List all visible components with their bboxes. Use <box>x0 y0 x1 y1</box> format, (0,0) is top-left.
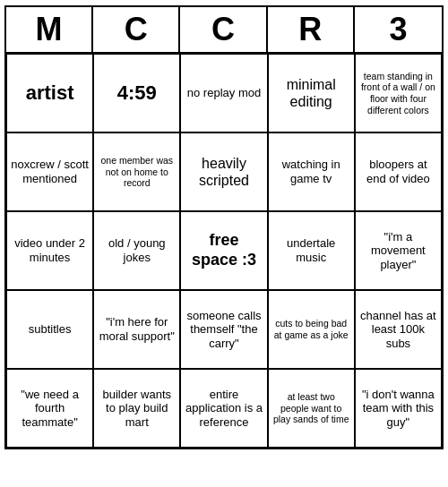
cell-text-9: bloopers at end of video <box>359 158 437 185</box>
cell-9: bloopers at end of video <box>355 132 442 211</box>
cell-4: team standing in front of a wall / on fl… <box>355 54 442 132</box>
bingo-grid: artist4:59no replay modminimal editingte… <box>4 52 444 449</box>
cell-16: "i'm here for moral support" <box>93 290 180 369</box>
cell-text-15: subtitles <box>29 322 72 337</box>
cell-text-11: old / young jokes <box>98 236 176 264</box>
cell-21: builder wants to play build mart <box>93 369 180 448</box>
header-letter-m-0: M <box>6 7 93 52</box>
cell-text-1: 4:59 <box>117 81 157 105</box>
cell-5: noxcrew / scott mentioned <box>6 132 93 211</box>
cell-text-14: "i'm a movement player" <box>359 230 437 272</box>
cell-8: watching in game tv <box>268 132 355 211</box>
cell-text-8: watching in game tv <box>272 158 350 185</box>
cell-18: cuts to being bad at game as a joke <box>268 290 355 369</box>
cell-15: subtitles <box>6 290 93 369</box>
cell-6: one member was not on home to record <box>93 132 180 211</box>
header-letter-r-3: R <box>268 7 355 52</box>
header-row: MCCR3 <box>4 5 444 52</box>
cell-text-16: "i'm here for moral support" <box>98 315 176 343</box>
cell-text-0: artist <box>26 81 74 105</box>
cell-text-6: one member was not on home to record <box>98 155 176 189</box>
cell-19: channel has at least 100k subs <box>355 290 442 369</box>
cell-text-23: at least two people want to play sands o… <box>272 391 350 425</box>
cell-0: artist <box>6 54 93 132</box>
cell-text-3: minimal editing <box>272 76 350 110</box>
cell-text-10: video under 2 minutes <box>11 236 89 264</box>
cell-20: "we need a fourth teammate" <box>6 369 93 448</box>
cell-2: no replay mod <box>180 54 267 132</box>
cell-text-2: no replay mod <box>187 86 261 100</box>
cell-text-19: channel has at least 100k subs <box>359 309 437 351</box>
header-letter-c-2: C <box>180 7 267 52</box>
cell-14: "i'm a movement player" <box>355 211 442 290</box>
cell-24: "i don't wanna team with this guy" <box>355 369 442 448</box>
cell-text-20: "we need a fourth teammate" <box>11 388 89 430</box>
cell-3: minimal editing <box>268 54 355 132</box>
header-letter-c-1: C <box>93 7 180 52</box>
cell-text-13: undertale music <box>272 236 350 264</box>
cell-text-18: cuts to being bad at game as a joke <box>272 318 350 340</box>
cell-text-21: builder wants to play build mart <box>98 388 176 430</box>
cell-17: someone calls themself "the carry" <box>180 290 267 369</box>
cell-13: undertale music <box>268 211 355 290</box>
cell-text-22: entire application is a reference <box>185 388 263 430</box>
cell-10: video under 2 minutes <box>6 211 93 290</box>
cell-text-17: someone calls themself "the carry" <box>185 309 263 351</box>
cell-7: heavily scripted <box>180 132 267 211</box>
bingo-card: MCCR3 artist4:59no replay modminimal edi… <box>4 5 444 449</box>
cell-23: at least two people want to play sands o… <box>268 369 355 448</box>
cell-text-12: free space :3 <box>185 231 263 269</box>
cell-text-7: heavily scripted <box>185 155 263 189</box>
header-letter-3-4: 3 <box>355 7 442 52</box>
cell-text-5: noxcrew / scott mentioned <box>11 158 89 185</box>
cell-11: old / young jokes <box>93 211 180 290</box>
cell-text-4: team standing in front of a wall / on fl… <box>359 71 437 115</box>
cell-1: 4:59 <box>93 54 180 132</box>
cell-text-24: "i don't wanna team with this guy" <box>359 388 437 430</box>
cell-12: free space :3 <box>180 211 267 290</box>
cell-22: entire application is a reference <box>180 369 267 448</box>
